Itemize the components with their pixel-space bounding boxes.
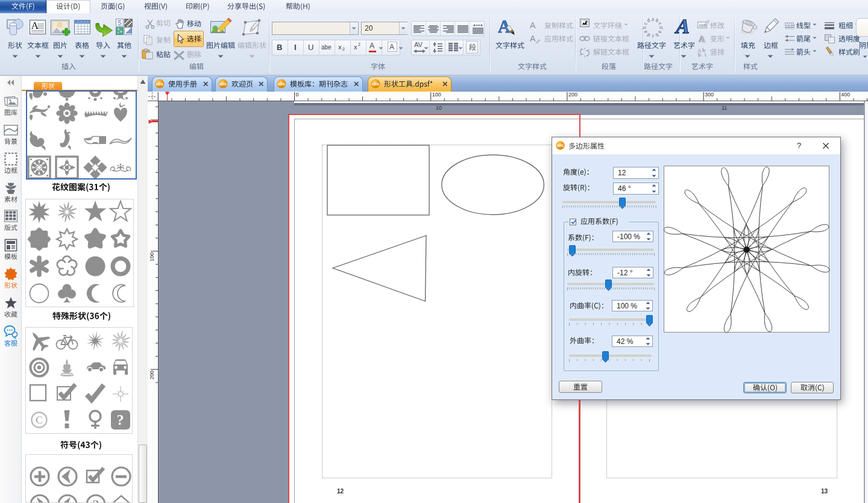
svg-text:b: b [702,47,705,53]
svg-text:DPS: DPS [156,83,163,86]
svg-text:DPS: DPS [557,144,564,148]
svg-text:200: 200 [149,370,155,380]
svg-text:DPS: DPS [278,83,285,86]
svg-text:b: b [698,52,701,58]
svg-text:DPS: DPS [372,83,379,86]
svg-text:100: 100 [149,252,155,261]
svg-text:DPS: DPS [219,83,227,86]
